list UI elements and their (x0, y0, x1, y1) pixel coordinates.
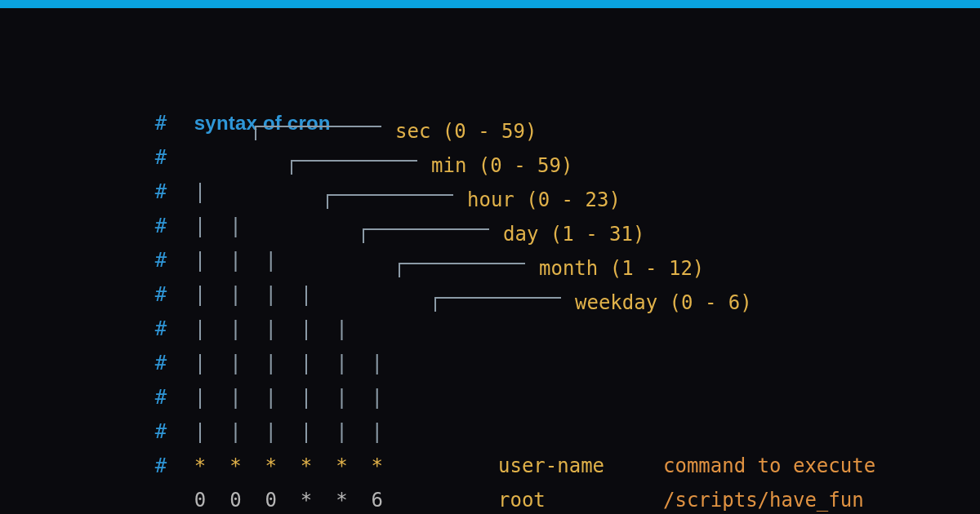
cron-diagram: #syntax of cron # sec (0 - 59) #| min (0… (0, 8, 980, 483)
field-row-month: #| | | | month (1 - 12) (108, 243, 980, 277)
connector-hour (327, 194, 453, 209)
pipe-row: #| | | | | | (108, 346, 980, 380)
title-row: #syntax of cron (108, 72, 980, 106)
field-row-hour: #| | hour (0 - 23) (108, 175, 980, 209)
field-row-min: #| min (0 - 59) (108, 140, 980, 175)
syntax-header-row: #* * * * * *user-namecommand to execute (108, 414, 980, 449)
connector-min (291, 160, 417, 175)
pipe-row: #| | | | | | (108, 312, 980, 346)
connector-sec (255, 126, 381, 140)
connector-weekday (434, 297, 561, 312)
field-row-sec: # sec (0 - 59) (108, 106, 980, 140)
field-row-day: #| | | day (1 - 31) (108, 209, 980, 243)
example-values: 0 0 0 * * 6 (194, 489, 383, 512)
connector-day (363, 228, 489, 243)
accent-bar (0, 0, 980, 8)
example-command: /scripts/have_fun (663, 483, 864, 514)
example-row: #0 0 0 * * 6root/scripts/have_fun (108, 449, 980, 483)
example-user: root (498, 483, 546, 514)
pipe-row: #| | | | | | (108, 380, 980, 414)
field-row-weekday: #| | | | | weekday (0 - 6) (108, 277, 980, 312)
connector-month (399, 263, 525, 277)
